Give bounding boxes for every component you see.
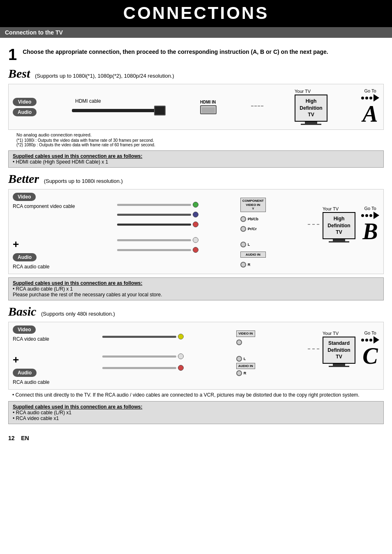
dot-c2 [365, 339, 368, 342]
best-video-badge: Video [13, 98, 37, 106]
best-dashed [251, 106, 263, 106]
dot1 [361, 97, 364, 99]
best-letter: A [362, 102, 378, 125]
tv-base [301, 124, 321, 125]
better-audio-cable-text: RCA audio cable [13, 264, 49, 270]
best-hdmi-port [200, 105, 217, 114]
better-input-block: COMPONENTVIDEO INY Pb/Cb Pr/Cr L AUDIO I… [240, 198, 266, 268]
best-hdmi-plug [154, 106, 166, 115]
better-quality-row: Better (Supports up to 1080i resolution.… [8, 172, 384, 186]
main-title: CONNECTIONS [0, 3, 392, 23]
dot-c1 [361, 339, 364, 342]
basic-ar-row: R [236, 370, 255, 376]
comp-port-pb [240, 226, 246, 232]
best-badges: Video Audio [13, 98, 37, 116]
better-tv-wrap: Your TV HighDefinitionTV [323, 206, 355, 242]
basic-supplied-item2: • RCA video cable x1 [13, 416, 379, 421]
better-cables [117, 202, 198, 253]
basic-tv-box: StandardDefinitionTV [323, 337, 355, 364]
basic-diagram: Video RCA video cable + Audio RCA audio … [8, 322, 384, 390]
better-goto-label: Go To [364, 206, 376, 211]
comp-port-ar [240, 262, 246, 268]
dot-b3 [369, 214, 372, 217]
pr-label: Pr/Cr [248, 227, 257, 231]
basic-video-badge: Video [13, 325, 36, 334]
basic-audio-in-lbl: AUDIO IN [236, 363, 255, 369]
comp-cable-l [117, 237, 198, 243]
comp-cable-r [117, 247, 198, 253]
better-audio-area: Audio [13, 254, 37, 260]
better-heading: Better [8, 172, 39, 185]
basic-subtext: (Supports only 480i resolution.) [41, 311, 115, 317]
best-supplied-items: • HDMI cable (High Speed HDMI Cable) x 1 [13, 159, 379, 165]
comp-wire-pr [117, 224, 191, 226]
better-audio-badge: Audio [13, 253, 37, 261]
basic-cable-video-label: RCA video cable [13, 336, 49, 342]
audio-r-row: R [240, 262, 266, 268]
basic-cable-label: RCA video cable [13, 336, 49, 342]
basic-video-in-label: VIDEO IN [236, 330, 255, 337]
arrow-right [374, 94, 379, 102]
comp-cable-pb [117, 212, 198, 217]
better-supplied-item1: • RCA audio cable (L/R) x 1 [13, 286, 379, 292]
dot2 [365, 97, 368, 99]
best-tv-text: HighDefinitionTV [300, 98, 322, 118]
dot-b2 [365, 214, 368, 217]
basic-badges-col: Video RCA video cable + Audio RCA audio … [13, 326, 49, 385]
main-content: 1 Choose the appropriate connection, the… [0, 38, 392, 432]
best-heading: Best [8, 67, 30, 80]
basic-audio-cable-text: RCA audio cable [13, 379, 49, 385]
better-subtext: (Supports up to 1080i resolution.) [44, 178, 123, 184]
page-header: CONNECTIONS [0, 0, 392, 27]
better-tv-text: HighDefinitionTV [327, 216, 350, 235]
basic-r-label: R [244, 371, 247, 375]
rca-r [193, 247, 198, 253]
better-supplied-title: Supplied cables used in this connection … [13, 280, 379, 286]
basic-wire-v [102, 336, 176, 338]
tv-base-c [329, 366, 349, 367]
better-your-tv: Your TV [323, 206, 339, 211]
better-badges-col: Video RCA component video cable + Audio … [13, 194, 75, 270]
best-hdmi-port-area: HDMI IN [200, 100, 217, 114]
best-note: No analog audio connection required. [16, 132, 384, 137]
comp-video-in-label: COMPONENTVIDEO INY [240, 198, 266, 212]
better-goto: Go To B [361, 206, 379, 243]
better-dots-arrow [361, 212, 379, 219]
best-cable-assembly [72, 106, 166, 115]
basic-rca-l [178, 353, 184, 359]
pb-label: Pb/Cb [248, 217, 258, 221]
comp-pr-row: Pr/Cr [240, 226, 266, 232]
basic-heading: Basic [8, 305, 36, 318]
rca-pr [193, 222, 198, 227]
step-instruction: Choose the appropriate connection, then … [23, 48, 328, 55]
basic-your-tv: Your TV [323, 331, 339, 336]
basic-dots-arrow [361, 336, 379, 344]
better-supplied-item2: Please purchase the rest of the necessar… [13, 292, 379, 298]
audio-l-row: L [240, 242, 266, 247]
page-number: 12 [8, 435, 15, 441]
comp-wire-pb [117, 214, 191, 216]
basic-audio-cable-label: RCA audio cable [13, 379, 49, 385]
better-dashed [308, 224, 319, 225]
best-footnote1: (*1) 1080i : Outputs the video data with… [16, 138, 384, 143]
comp-wire-r [117, 249, 191, 251]
rca-l [193, 237, 198, 243]
step1: 1 Choose the appropriate connection, the… [8, 47, 384, 62]
best-diagram: Video Audio HDMI cable HDMI IN Your T [8, 84, 384, 130]
basic-input-block: VIDEO IN L AUDIO IN R [236, 330, 255, 376]
better-diagram: Video RCA component video cable + Audio … [8, 189, 384, 274]
basic-wire-r [102, 367, 176, 369]
arrow-right-c [374, 336, 379, 344]
basic-rca-r [178, 365, 184, 371]
section-title: Connection to the TV [5, 29, 63, 36]
comp-pb-row: Pb/Cb [240, 216, 266, 222]
audio-in-label: AUDIO IN [240, 252, 266, 258]
better-tv-box: HighDefinitionTV [323, 212, 355, 239]
basic-bullet-note: • Connect this unit directly to the TV. … [12, 392, 384, 398]
basic-tv-goto: Your TV StandardDefinitionTV Go To C [308, 330, 379, 367]
basic-video-area: Video [13, 326, 36, 332]
best-tv-box: HighDefinitionTV [295, 95, 327, 122]
r-label: R [248, 263, 251, 267]
dot-b1 [361, 214, 364, 217]
basic-cable-l [102, 353, 184, 359]
